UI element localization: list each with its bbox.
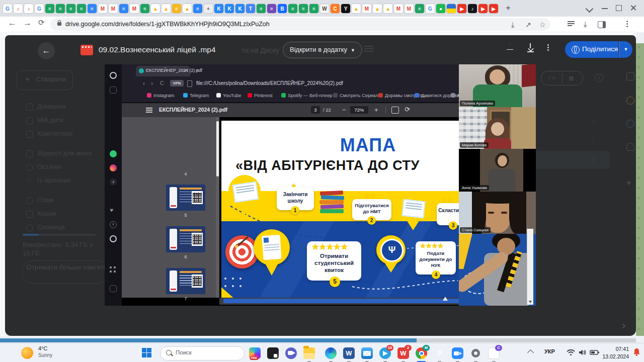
instagram-icon[interactable] — [110, 164, 117, 171]
browser-tab[interactable]: B — [278, 4, 287, 13]
open-in-app-button[interactable]: Відкрити в додатку▼ — [283, 42, 362, 58]
pdf-thumbnail-page-7[interactable] — [166, 268, 205, 294]
window-menu-chevron-icon[interactable] — [586, 5, 594, 13]
browser-tab[interactable]: ♪ — [468, 4, 477, 13]
browser-tab[interactable]: M — [98, 4, 107, 13]
taskbar-app-designer[interactable]: PRE — [249, 347, 261, 359]
side-panel-icon[interactable] — [598, 21, 606, 28]
browser-tab[interactable]: ≡ — [257, 4, 266, 13]
bookmark-youtube[interactable]: YouTube — [216, 93, 242, 100]
browser-tab[interactable]: ♪ — [14, 4, 23, 13]
grid-view-icon[interactable]: ▦ — [569, 75, 574, 81]
keyboard-language[interactable]: УКР — [544, 348, 555, 354]
new-tab-button[interactable]: + — [503, 3, 513, 13]
keep-panel-icon[interactable] — [626, 97, 634, 105]
browser-tab[interactable]: ≡ — [267, 4, 276, 13]
wifi-icon[interactable] — [567, 349, 575, 356]
taskbar-app-settings[interactable] — [470, 347, 481, 359]
share-page-icon[interactable]: ↗ — [525, 21, 531, 29]
browser-tab[interactable]: ♪ — [24, 4, 33, 13]
bookmark-telegram[interactable]: Telegram — [183, 93, 209, 100]
browser-tab[interactable]: ▲ — [383, 4, 392, 13]
browser-tab[interactable]: ▶ — [457, 4, 466, 13]
browser-menu-icon[interactable] — [626, 20, 628, 28]
install-icon[interactable]: ⤓ — [511, 21, 514, 29]
browser-tab[interactable]: G — [35, 4, 44, 13]
download-icon[interactable] — [527, 43, 535, 52]
file-more-icon[interactable]: ⋮ — [590, 117, 597, 124]
bookmark-star-icon[interactable]: ☆ — [539, 21, 546, 29]
file-more-icon[interactable]: ⋮ — [590, 136, 597, 143]
taskbar-app-powerpoint[interactable]: P — [434, 347, 445, 359]
browser-tab[interactable]: ● — [436, 4, 445, 13]
browser-tab[interactable]: ▶ — [478, 4, 488, 13]
tiktok-icon[interactable]: ♪ — [110, 178, 117, 186]
browser-tab[interactable]: ≡ — [299, 4, 308, 13]
downloads-icon[interactable]: ⤓ — [584, 20, 587, 29]
back-button[interactable]: ← — [38, 42, 55, 59]
address-bar[interactable]: drive.google.com/drive/folders/1-jgXTBWB… — [50, 18, 550, 31]
contacts-panel-icon[interactable] — [626, 143, 634, 151]
browser-tab[interactable]: ≡ — [56, 4, 65, 13]
taskbar-app-clipchamp[interactable]: C — [488, 347, 500, 359]
browser-tab[interactable]: ≡ — [45, 4, 54, 13]
browser-tab[interactable]: ▲ — [352, 4, 361, 13]
add-panel-icon[interactable]: + — [626, 178, 633, 185]
browser-tab[interactable]: M — [362, 4, 371, 13]
start-button[interactable] — [142, 348, 151, 357]
tasks-panel-icon[interactable] — [626, 120, 634, 128]
taskbar-app-mail[interactable] — [361, 347, 373, 359]
taskbar-app-edge[interactable] — [325, 347, 337, 359]
browser-tab[interactable] — [447, 4, 456, 13]
weather-temp[interactable]: 4°C — [38, 345, 47, 351]
browser-tab[interactable]: ≡ — [140, 4, 149, 13]
heart-icon[interactable]: ♥ — [110, 207, 117, 214]
more-options-icon[interactable] — [547, 43, 549, 52]
taskbar-app-chrome[interactable]: M — [416, 347, 427, 359]
whatsapp-icon[interactable] — [110, 150, 117, 157]
bookmark-instagram[interactable]: Instagram — [147, 93, 174, 100]
taskbar-app-widgets[interactable] — [267, 347, 279, 359]
browser-tab[interactable]: ▲ — [373, 4, 382, 13]
browser-tab[interactable]: K — [235, 4, 245, 13]
drive-create-button[interactable]: + Створити — [17, 70, 73, 90]
back-icon[interactable]: ← — [8, 18, 17, 28]
taskbar-app-word[interactable]: W — [343, 347, 355, 359]
bookmark-spotify-[interactable]: Spotify — Веб-плеер — [281, 93, 333, 100]
browser-tab[interactable]: ≡ — [172, 4, 181, 13]
browser-tab[interactable]: M — [130, 4, 139, 13]
browser-tab[interactable]: C — [331, 4, 340, 13]
browser-tab[interactable]: ≡ — [309, 4, 318, 13]
pdf-thumbnail-page-6[interactable] — [166, 226, 205, 252]
browser-tab[interactable]: ▲ — [151, 4, 160, 13]
browser-tab[interactable]: M — [109, 4, 118, 13]
horizontal-scrollbar-track[interactable] — [417, 338, 636, 342]
preview-scrollbar[interactable] — [527, 229, 533, 305]
browser-tab[interactable]: G — [3, 4, 12, 13]
browser-tab[interactable]: + — [204, 4, 213, 13]
browser-tab[interactable]: ≡ — [77, 4, 86, 13]
get-more-storage-button[interactable]: Отримати більше пам'яті — [22, 260, 110, 284]
share-button[interactable]: Поділитися — [565, 41, 618, 58]
taskbar-app-zoom[interactable] — [452, 347, 463, 359]
window-close-button[interactable] — [630, 5, 636, 11]
reload-icon[interactable]: ⟳ — [38, 18, 45, 27]
pdf-thumbnail-page-5[interactable] — [166, 185, 205, 211]
blocked-icon[interactable] — [110, 235, 117, 242]
browser-tab[interactable]: K — [214, 4, 223, 13]
share-caret-button[interactable]: ▼ — [619, 41, 632, 58]
browser-tab[interactable]: ▶ — [489, 4, 498, 13]
browser-tab[interactable]: W — [320, 4, 329, 13]
list-view-icon[interactable]: ✓≡ — [547, 75, 555, 81]
browser-tab[interactable]: ▲ — [162, 4, 171, 13]
view-toggle[interactable]: ✓≡ ▦ — [541, 71, 583, 85]
bookmark-pinterest[interactable]: Pinterest — [248, 93, 273, 100]
weather-sun-icon[interactable] — [21, 347, 33, 359]
browser-tab[interactable]: G — [426, 4, 435, 13]
calendar-panel-icon[interactable] — [626, 72, 634, 80]
volume-icon[interactable] — [579, 349, 587, 356]
browser-tab[interactable]: M — [394, 4, 403, 13]
panel-icon[interactable] — [110, 285, 117, 292]
info-icon[interactable]: i — [595, 73, 603, 82]
browser-tab[interactable]: ▲ — [183, 4, 192, 13]
